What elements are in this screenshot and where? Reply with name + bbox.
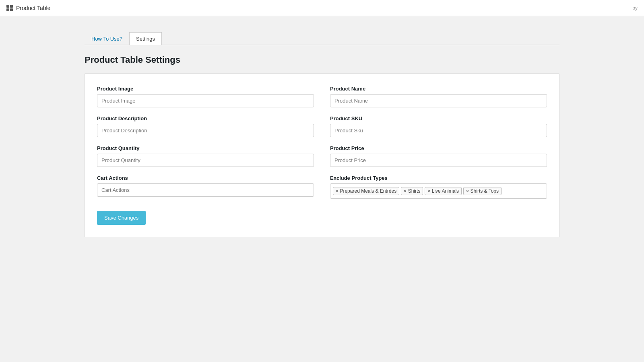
- tag-prepared-meals: × Prepared Meals & Entrées: [333, 187, 399, 195]
- tag-remove-shirts[interactable]: ×: [404, 189, 406, 193]
- form-group-product-quantity: Product Quantity: [97, 145, 314, 167]
- tag-label-prepared-meals: Prepared Meals & Entrées: [340, 188, 396, 194]
- page-heading: Product Table Settings: [85, 55, 559, 65]
- input-product-sku[interactable]: [330, 124, 547, 137]
- form-group-product-description: Product Description: [97, 115, 314, 137]
- input-cart-actions[interactable]: [97, 183, 314, 197]
- form-group-cart-actions: Cart Actions: [97, 175, 314, 199]
- label-product-name: Product Name: [330, 86, 547, 92]
- input-product-image[interactable]: [97, 94, 314, 107]
- form-row-1: Product Image Product Name: [97, 86, 547, 107]
- tabs-container: How To Use? Settings: [85, 32, 559, 45]
- input-product-name[interactable]: [330, 94, 547, 107]
- grid-icon: [6, 5, 13, 11]
- tag-shirts: × Shirts: [401, 187, 423, 195]
- label-product-sku: Product SKU: [330, 115, 547, 121]
- label-product-quantity: Product Quantity: [97, 145, 314, 151]
- form-group-product-name: Product Name: [330, 86, 547, 107]
- form-group-product-image: Product Image: [97, 86, 314, 107]
- form-group-product-sku: Product SKU: [330, 115, 547, 137]
- tag-remove-prepared-meals[interactable]: ×: [336, 189, 338, 193]
- main-content: How To Use? Settings Product Table Setti…: [60, 16, 584, 253]
- tag-remove-shirts-tops[interactable]: ×: [466, 189, 469, 193]
- tag-label-shirts-tops: Shirts & Tops: [471, 188, 499, 194]
- input-product-price[interactable]: [330, 154, 547, 167]
- form-group-exclude-product-types: Exclude Product Types × Prepared Meals &…: [330, 175, 547, 199]
- tag-live-animals: × Live Animals: [425, 187, 462, 195]
- label-product-image: Product Image: [97, 86, 314, 92]
- tab-how-to-use[interactable]: How To Use?: [85, 32, 129, 45]
- label-exclude-product-types: Exclude Product Types: [330, 175, 547, 181]
- tag-remove-live-animals[interactable]: ×: [427, 189, 430, 193]
- settings-card: Product Image Product Name Product Descr…: [85, 73, 559, 237]
- tags-container[interactable]: × Prepared Meals & Entrées × Shirts × Li…: [330, 183, 547, 199]
- input-product-description[interactable]: [97, 124, 314, 137]
- label-cart-actions: Cart Actions: [97, 175, 314, 181]
- input-product-quantity[interactable]: [97, 154, 314, 167]
- form-row-3: Product Quantity Product Price: [97, 145, 547, 167]
- tag-shirts-tops: × Shirts & Tops: [463, 187, 502, 195]
- label-product-description: Product Description: [97, 115, 314, 121]
- save-changes-button[interactable]: Save Changes: [97, 211, 146, 225]
- label-product-price: Product Price: [330, 145, 547, 151]
- topbar-by-label: by: [632, 5, 638, 11]
- topbar-title: Product Table: [16, 5, 50, 11]
- tag-label-live-animals: Live Animals: [432, 188, 459, 194]
- form-row-4: Cart Actions Exclude Product Types × Pre…: [97, 175, 547, 199]
- form-group-product-price: Product Price: [330, 145, 547, 167]
- tab-settings[interactable]: Settings: [129, 32, 162, 45]
- form-row-2: Product Description Product SKU: [97, 115, 547, 137]
- tag-label-shirts: Shirts: [408, 188, 421, 194]
- topbar: Product Table by: [0, 0, 644, 16]
